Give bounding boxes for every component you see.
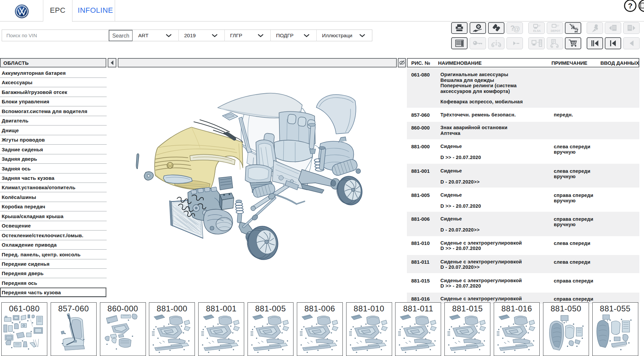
svg-text:ELSA: ELSA: [533, 30, 541, 33]
svg-text:?: ?: [628, 2, 632, 10]
svg-text:DEPOT: DEPOT: [551, 30, 560, 33]
svg-text:@: @: [513, 25, 520, 33]
